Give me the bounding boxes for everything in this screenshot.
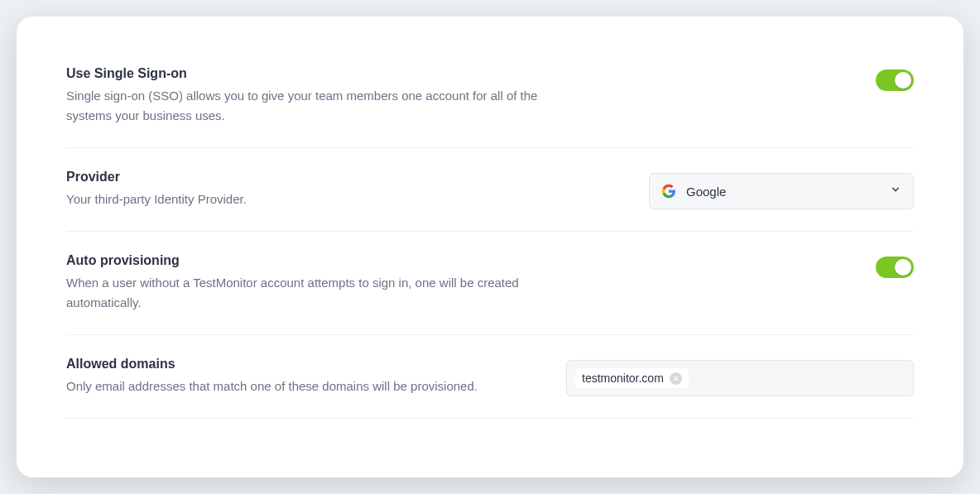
row-sso: Use Single Sign-on Single sign-on (SSO) … [66, 66, 914, 148]
toggle-knob [895, 259, 911, 276]
sso-toggle[interactable] [876, 70, 914, 91]
row-allowed-domains-control: testmonitor.com [566, 357, 914, 396]
row-provider: Provider Your third-party Identity Provi… [66, 148, 914, 232]
remove-tag-button[interactable] [670, 372, 682, 385]
allowed-domains-title: Allowed domains [66, 357, 563, 372]
settings-card: Use Single Sign-on Single sign-on (SSO) … [17, 17, 963, 477]
row-allowed-domains-text: Allowed domains Only email addresses tha… [66, 357, 563, 396]
allowed-domains-input[interactable]: testmonitor.com [566, 360, 914, 396]
row-sso-control [649, 66, 914, 91]
row-provider-control: Google [649, 170, 914, 209]
provider-title: Provider [66, 170, 563, 185]
row-auto-provisioning-control [649, 253, 914, 278]
auto-provisioning-toggle[interactable] [876, 257, 914, 278]
row-allowed-domains: Allowed domains Only email addresses tha… [66, 335, 914, 419]
sso-title: Use Single Sign-on [66, 66, 563, 81]
row-auto-provisioning-text: Auto provisioning When a user without a … [66, 253, 563, 313]
provider-description: Your third-party Identity Provider. [66, 189, 563, 209]
toggle-knob [895, 72, 911, 89]
domain-tag: testmonitor.com [575, 368, 689, 388]
row-auto-provisioning: Auto provisioning When a user without a … [66, 232, 914, 335]
provider-select[interactable]: Google [649, 173, 914, 209]
auto-provisioning-description: When a user without a TestMonitor accoun… [66, 273, 563, 313]
sso-description: Single sign-on (SSO) allows you to give … [66, 86, 563, 126]
row-provider-text: Provider Your third-party Identity Provi… [66, 170, 563, 209]
google-icon [661, 184, 676, 199]
chevron-down-icon [890, 184, 901, 199]
row-sso-text: Use Single Sign-on Single sign-on (SSO) … [66, 66, 563, 126]
auto-provisioning-title: Auto provisioning [66, 253, 563, 268]
allowed-domains-description: Only email addresses that match one of t… [66, 376, 563, 396]
domain-tag-label: testmonitor.com [582, 372, 664, 385]
provider-select-label: Google [686, 185, 890, 199]
